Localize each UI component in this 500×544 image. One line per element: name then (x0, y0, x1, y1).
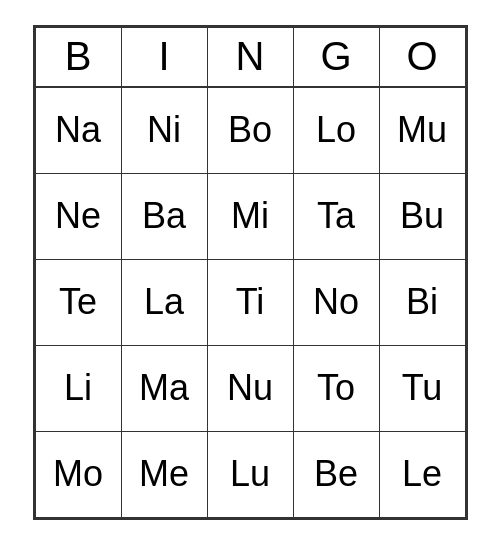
cell-1-1: Ba (121, 173, 207, 259)
cell-1-3: Ta (293, 173, 379, 259)
cell-4-2: Lu (207, 431, 293, 517)
table-row: LiMaNuToTu (35, 345, 465, 431)
cell-2-1: La (121, 259, 207, 345)
table-row: NeBaMiTaBu (35, 173, 465, 259)
cell-3-1: Ma (121, 345, 207, 431)
bingo-table: B I N G O NaNiBoLoMuNeBaMiTaBuTeLaTiNoBi… (35, 27, 466, 518)
table-row: MoMeLuBeLe (35, 431, 465, 517)
header-row: B I N G O (35, 27, 465, 87)
col-n: N (207, 27, 293, 87)
table-row: TeLaTiNoBi (35, 259, 465, 345)
cell-4-3: Be (293, 431, 379, 517)
col-o: O (379, 27, 465, 87)
cell-0-1: Ni (121, 87, 207, 173)
table-row: NaNiBoLoMu (35, 87, 465, 173)
cell-2-3: No (293, 259, 379, 345)
bingo-body: NaNiBoLoMuNeBaMiTaBuTeLaTiNoBiLiMaNuToTu… (35, 87, 465, 517)
col-b: B (35, 27, 121, 87)
cell-2-2: Ti (207, 259, 293, 345)
cell-3-0: Li (35, 345, 121, 431)
bingo-card: B I N G O NaNiBoLoMuNeBaMiTaBuTeLaTiNoBi… (33, 25, 468, 520)
cell-3-2: Nu (207, 345, 293, 431)
cell-4-0: Mo (35, 431, 121, 517)
cell-0-0: Na (35, 87, 121, 173)
cell-3-4: Tu (379, 345, 465, 431)
cell-2-4: Bi (379, 259, 465, 345)
cell-0-4: Mu (379, 87, 465, 173)
cell-1-4: Bu (379, 173, 465, 259)
cell-4-4: Le (379, 431, 465, 517)
col-i: I (121, 27, 207, 87)
cell-3-3: To (293, 345, 379, 431)
cell-1-2: Mi (207, 173, 293, 259)
cell-0-3: Lo (293, 87, 379, 173)
cell-2-0: Te (35, 259, 121, 345)
col-g: G (293, 27, 379, 87)
cell-1-0: Ne (35, 173, 121, 259)
cell-4-1: Me (121, 431, 207, 517)
cell-0-2: Bo (207, 87, 293, 173)
